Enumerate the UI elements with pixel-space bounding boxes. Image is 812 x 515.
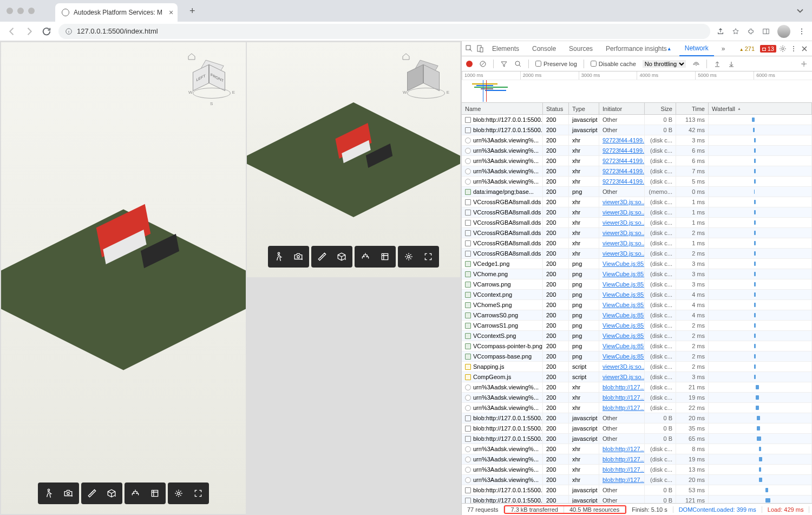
tab-network[interactable]: Network [679,41,714,56]
section-icon[interactable] [332,247,351,266]
cell-initiator[interactable]: viewer3D.js:so... [599,207,645,217]
cell-initiator[interactable]: ViewCube.js:859 [599,259,645,269]
viewcube-front[interactable] [423,64,440,92]
fullscreen-icon[interactable] [188,484,208,503]
network-row[interactable]: blob:http://127.0.0.1:5500...200javascri… [462,434,812,444]
compass[interactable]: W E [407,88,445,101]
col-status[interactable]: Status [543,103,569,114]
cell-initiator[interactable]: blob:http://127... [599,393,645,402]
tab-performance[interactable]: Performance insights ▲ [600,41,677,56]
network-table-body[interactable]: blob:http://127.0.0.1:5500...200javascri… [462,115,812,503]
network-row[interactable]: urn%3Aadsk.viewing%...200xhrblob:http://… [462,382,812,393]
kebab-icon[interactable] [789,44,798,53]
cell-initiator[interactable]: 92723f44-4199... [599,177,645,186]
cell-initiator[interactable]: viewer3D.js:so... [599,218,645,227]
tab-console[interactable]: Console [527,41,561,56]
cell-initiator[interactable]: viewer3D.js:so... [599,238,645,248]
cell-initiator[interactable]: ViewCube.js:859 [599,300,645,310]
cell-initiator[interactable]: blob:http://127... [599,444,645,454]
window-minimize-icon[interactable] [17,8,24,14]
cell-initiator[interactable]: Other [599,187,645,197]
col-waterfall[interactable]: Waterfall [709,103,812,114]
col-type[interactable]: Type [569,103,599,114]
home-icon[interactable] [402,52,410,61]
tab-elements[interactable]: Elements [487,41,525,56]
forward-button[interactable] [24,26,35,37]
col-initiator[interactable]: Initiator [599,103,645,114]
back-button[interactable] [6,26,17,37]
network-row[interactable]: VCcontext.png200pngViewCube.js:859(disk … [462,290,812,300]
settings-icon[interactable] [169,484,188,503]
browser-tab[interactable]: Autodesk Platform Services: M × [55,3,178,22]
reload-button[interactable] [41,26,52,37]
network-row[interactable]: blob:http://127.0.0.1:5500...200javascri… [462,115,812,125]
col-size[interactable]: Size [645,103,676,114]
walk-icon[interactable] [269,247,289,266]
cell-initiator[interactable]: viewer3D.js:so... [599,249,645,258]
network-row[interactable]: urn%3Aadsk.viewing%...200xhr92723f44-419… [462,156,812,166]
cell-initiator[interactable]: blob:http://127... [599,382,645,392]
cell-initiator[interactable]: viewer3D.js:so... [599,197,645,207]
cell-initiator[interactable]: 92723f44-4199... [599,166,645,176]
network-row[interactable]: urn%3Aadsk.viewing%...200xhrblob:http://… [462,444,812,454]
section-icon[interactable] [102,484,121,503]
search-icon[interactable] [514,60,522,68]
network-row[interactable]: VCcrossRGBA8small.dds200xhrviewer3D.js:s… [462,197,812,207]
tab-more[interactable]: » [716,41,731,56]
window-maximize-icon[interactable] [28,8,35,14]
viewcube-front[interactable]: FRONT [209,64,225,92]
filter-icon[interactable] [500,60,508,68]
viewer-main[interactable]: TOP LEFT FRONT W E S [1,42,246,514]
clear-icon[interactable] [479,60,487,68]
network-row[interactable]: VCcrossRGBA8small.dds200xhrviewer3D.js:s… [462,207,812,218]
cell-initiator[interactable]: Other [599,485,645,495]
network-row[interactable]: VCarrows.png200pngViewCube.js:859(disk c… [462,279,812,290]
network-row[interactable]: blob:http://127.0.0.1:5500...200javascri… [462,485,812,496]
menu-icon[interactable] [798,28,806,35]
cell-initiator[interactable]: Other [599,423,645,433]
network-row[interactable]: urn%3Aadsk.viewing%...200xhr92723f44-419… [462,166,812,177]
upload-har-icon[interactable] [713,60,721,68]
share-icon[interactable] [717,28,724,35]
compass[interactable]: W E S [193,88,231,101]
tab-sources[interactable]: Sources [564,41,598,56]
walk-icon[interactable] [39,484,58,503]
preserve-log-checkbox[interactable]: Preserve log [535,61,577,67]
cell-initiator[interactable]: ViewCube.js:859 [599,269,645,279]
extensions-icon[interactable] [747,28,755,35]
download-har-icon[interactable] [728,60,735,68]
network-row[interactable]: VCcrossRGBA8small.dds200xhrviewer3D.js:s… [462,249,812,259]
record-button[interactable] [466,61,473,67]
network-timeline[interactable]: 1000 ms2000 ms3000 ms4000 ms5000 ms6000 … [462,71,812,103]
network-row[interactable]: VCedge1.png200pngViewCube.js:859(disk c.… [462,259,812,269]
network-row[interactable]: urn%3Aadsk.viewing%...200xhrblob:http://… [462,475,812,485]
warnings-badge[interactable]: 271 [737,45,757,52]
viewcube[interactable]: TOP LEFT FRONT W E S [187,52,236,101]
cell-initiator[interactable]: Other [599,413,645,423]
addressbar[interactable]: 127.0.0.1:5500/index.html [58,24,710,39]
network-row[interactable]: VChome.png200pngViewCube.js:859(disk c..… [462,269,812,279]
network-row[interactable]: CompGeom.js200scriptviewer3D.js:so...(di… [462,372,812,382]
cell-initiator[interactable]: Other [599,496,645,503]
cell-initiator[interactable]: viewer3D.js:so... [599,362,645,371]
close-tab-icon[interactable]: × [169,8,173,17]
network-row[interactable]: urn%3Aadsk.viewing%...200xhrblob:http://… [462,454,812,465]
inspect-icon[interactable] [465,44,474,53]
cell-initiator[interactable]: blob:http://127... [599,465,645,474]
home-icon[interactable] [187,52,196,61]
settings-icon[interactable] [399,247,418,266]
cell-initiator[interactable]: Other [599,125,645,135]
cell-initiator[interactable]: ViewCube.js:859 [599,321,645,330]
network-row[interactable]: VCcontextS.png200pngViewCube.js:859(disk… [462,331,812,341]
cell-initiator[interactable]: ViewCube.js:859 [599,331,645,341]
star-icon[interactable] [732,28,739,35]
measure-icon[interactable] [312,247,332,266]
viewer-secondary-1[interactable]: W E [247,42,460,277]
col-name[interactable]: Name [462,103,543,114]
cell-initiator[interactable]: ViewCube.js:859 [599,290,645,299]
network-row[interactable]: blob:http://127.0.0.1:5500...200javascri… [462,423,812,434]
device-toggle-icon[interactable] [476,44,484,53]
cell-initiator[interactable]: blob:http://127... [599,475,645,485]
col-time[interactable]: Time [676,103,709,114]
disable-cache-checkbox[interactable]: Disable cache [591,61,636,67]
